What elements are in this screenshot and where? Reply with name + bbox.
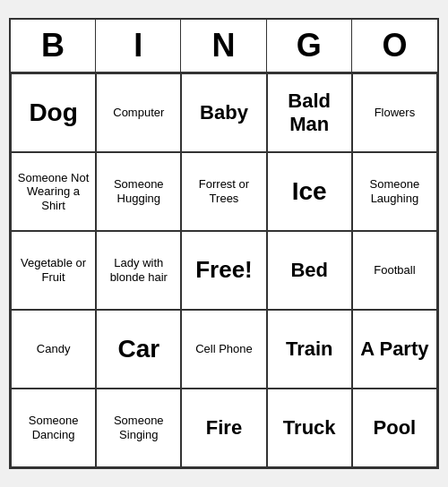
bingo-cell: Truck — [267, 389, 352, 467]
bingo-cell: Ice — [267, 152, 352, 231]
bingo-cell: Vegetable or Fruit — [11, 231, 96, 310]
bingo-cell: A Party — [352, 310, 437, 389]
bingo-cell: Someone Laughing — [352, 152, 437, 231]
bingo-cell: Free! — [181, 231, 266, 310]
bingo-cell: Pool — [352, 389, 437, 467]
bingo-cell: Football — [352, 231, 437, 310]
bingo-cell: Car — [96, 310, 181, 389]
bingo-header: BINGO — [11, 20, 437, 73]
bingo-cell: Computer — [96, 73, 181, 152]
header-letter: N — [181, 20, 266, 72]
bingo-cell: Flowers — [352, 73, 437, 152]
bingo-cell: Train — [267, 310, 352, 389]
bingo-cell: Forrest or Trees — [181, 152, 266, 231]
bingo-cell: Lady with blonde hair — [96, 231, 181, 310]
bingo-cell: Bald Man — [267, 73, 352, 152]
header-letter: G — [267, 20, 352, 72]
bingo-cell: Someone Not Wearing a Shirt — [11, 152, 96, 231]
bingo-cell: Someone Singing — [96, 389, 181, 467]
bingo-cell: Dog — [11, 73, 96, 152]
bingo-cell: Cell Phone — [181, 310, 266, 389]
bingo-cell: Baby — [181, 73, 266, 152]
bingo-cell: Fire — [181, 389, 266, 467]
bingo-cell: Candy — [11, 310, 96, 389]
bingo-cell: Someone Dancing — [11, 389, 96, 467]
bingo-card: BINGO DogComputerBabyBald ManFlowersSome… — [9, 18, 439, 469]
bingo-cell: Someone Hugging — [96, 152, 181, 231]
bingo-cell: Bed — [267, 231, 352, 310]
bingo-grid: DogComputerBabyBald ManFlowersSomeone No… — [11, 73, 437, 467]
header-letter: O — [352, 20, 437, 72]
header-letter: I — [96, 20, 181, 72]
header-letter: B — [11, 20, 96, 72]
